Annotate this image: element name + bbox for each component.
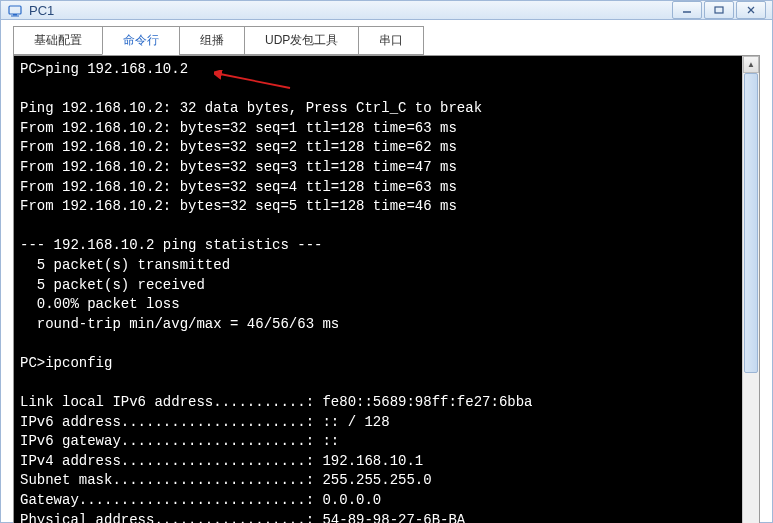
- tab-udp-tool[interactable]: UDP发包工具: [244, 26, 359, 55]
- maximize-button[interactable]: [704, 1, 734, 19]
- scrollbar: ▲ ▼: [742, 56, 759, 523]
- scroll-up-button[interactable]: ▲: [743, 56, 759, 73]
- titlebar: PC1: [1, 1, 772, 20]
- tab-command-line[interactable]: 命令行: [102, 26, 180, 55]
- svg-rect-0: [9, 6, 21, 14]
- close-button[interactable]: [736, 1, 766, 19]
- svg-rect-4: [715, 7, 723, 13]
- app-icon: [7, 2, 23, 18]
- svg-rect-2: [11, 16, 19, 17]
- scroll-track[interactable]: [743, 73, 759, 523]
- minimize-button[interactable]: [672, 1, 702, 19]
- tab-multicast[interactable]: 组播: [179, 26, 245, 55]
- window-controls: [672, 1, 766, 19]
- terminal-container: PC>ping 192.168.10.2 Ping 192.168.10.2: …: [13, 55, 760, 523]
- app-window: PC1 基础配置 命令行 组播 UDP发包工具 串口 PC>ping 192.1…: [0, 0, 773, 523]
- terminal-output[interactable]: PC>ping 192.168.10.2 Ping 192.168.10.2: …: [14, 56, 742, 523]
- scroll-thumb[interactable]: [744, 73, 758, 373]
- tab-serial[interactable]: 串口: [358, 26, 424, 55]
- tab-bar: 基础配置 命令行 组播 UDP发包工具 串口: [1, 20, 772, 55]
- svg-rect-1: [13, 14, 17, 16]
- window-title: PC1: [29, 3, 672, 18]
- tab-basic-config[interactable]: 基础配置: [13, 26, 103, 55]
